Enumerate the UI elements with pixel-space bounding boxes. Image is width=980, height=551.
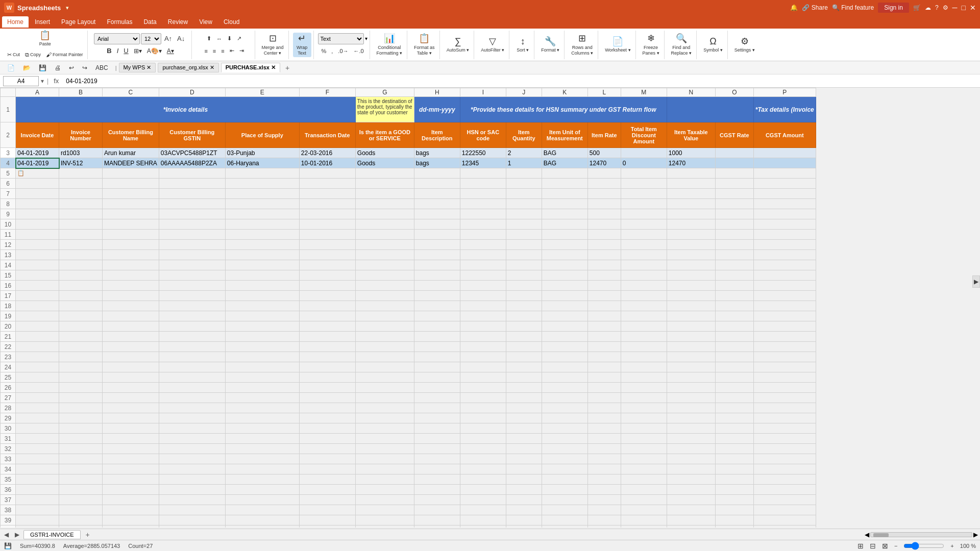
col-header-N[interactable]: N	[667, 88, 715, 97]
cell-C5[interactable]	[103, 168, 159, 179]
tab-cloud[interactable]: Cloud	[218, 16, 244, 28]
cloud-icon[interactable]: ☁	[925, 4, 931, 11]
autofilter-button[interactable]: ▽ AutoFilter ▾	[478, 33, 507, 57]
table-row[interactable]: 5 📋	[1, 168, 816, 179]
sort-button[interactable]: ↕ Sort ▾	[513, 33, 532, 57]
col-header-F[interactable]: F	[299, 88, 355, 97]
align-center-button[interactable]: ≡	[211, 45, 218, 57]
tab-data[interactable]: Data	[138, 16, 161, 28]
scroll-left-sheets-button[interactable]: ◀	[2, 531, 11, 538]
table-row[interactable]: 22	[1, 342, 816, 352]
zoom-out-button[interactable]: −	[894, 543, 897, 549]
table-row[interactable]: 28	[1, 403, 816, 413]
normal-view-button[interactable]: ⊞	[857, 542, 864, 550]
cell-J3[interactable]: 2	[506, 148, 542, 158]
copy-button[interactable]: ⧉ Copy	[23, 49, 43, 60]
search-feature-icon[interactable]: 🔍 Find feature	[832, 4, 874, 11]
close-button[interactable]: ✕	[970, 4, 976, 12]
cell-M3[interactable]	[621, 148, 667, 158]
scroll-right-button[interactable]: ▶	[973, 531, 978, 538]
share-icon[interactable]: 🔗 Share	[802, 4, 827, 11]
table-row[interactable]: 4 04-01-2019 INV-512 MANDEEP SEHRA 06AAA…	[1, 158, 816, 168]
col-header-E[interactable]: E	[225, 88, 299, 97]
table-row[interactable]: 33	[1, 454, 816, 464]
format-button[interactable]: 🔧 Format ▾	[538, 33, 562, 57]
cell-P4[interactable]	[753, 158, 816, 168]
col-header-L[interactable]: L	[587, 88, 621, 97]
cell-K4[interactable]: BAG	[542, 158, 587, 168]
decrease-font-button[interactable]: A↓	[175, 33, 187, 44]
table-row[interactable]: 10	[1, 219, 816, 230]
wrap-text-button[interactable]: ↵ WrapText	[293, 33, 311, 57]
cell-F5[interactable]	[299, 168, 355, 179]
tab-purchase[interactable]: PURCHASE.xlsx ✕	[221, 63, 280, 72]
cell-B5[interactable]	[59, 168, 103, 179]
cell-N4[interactable]: 12470	[667, 158, 715, 168]
redo-button[interactable]: ↪	[79, 63, 90, 72]
cell-M4[interactable]: 0	[621, 158, 667, 168]
decrease-indent-button[interactable]: ⇤	[228, 45, 236, 57]
italic-button[interactable]: I	[115, 45, 121, 57]
table-row[interactable]: 21	[1, 332, 816, 342]
font-color-button[interactable]: A▾	[165, 45, 176, 57]
table-row[interactable]: 36	[1, 485, 816, 495]
cell-H4[interactable]: bags	[414, 158, 460, 168]
table-row[interactable]: 8	[1, 199, 816, 209]
cell-P3[interactable]	[753, 148, 816, 158]
col-header-K[interactable]: K	[542, 88, 587, 97]
border-button[interactable]: ⊞▾	[132, 45, 144, 57]
help-icon2[interactable]: ?	[935, 4, 939, 11]
table-row[interactable]: 31	[1, 434, 816, 444]
table-row[interactable]: 34	[1, 464, 816, 474]
cell-B4[interactable]: INV-512	[59, 158, 103, 168]
col-header-M[interactable]: M	[621, 88, 667, 97]
number-format-select[interactable]: Text Number Currency Date	[318, 33, 364, 44]
horizontal-scrollbar[interactable]: ◀ ▶	[865, 531, 978, 538]
tab-review[interactable]: Review	[163, 16, 193, 28]
cell-G3[interactable]: Goods	[355, 148, 414, 158]
col-header-O[interactable]: O	[715, 88, 753, 97]
maximize-button[interactable]: □	[962, 4, 966, 12]
help-icon[interactable]: 🔔	[790, 4, 798, 11]
tab-mywps[interactable]: My WPS ✕	[119, 63, 156, 72]
align-bottom-button[interactable]: ⬇	[225, 33, 234, 44]
print-button[interactable]: 🖨	[52, 63, 64, 72]
tab-formulas[interactable]: Formulas	[102, 16, 137, 28]
table-row[interactable]: 20	[1, 321, 816, 332]
freeze-panes-button[interactable]: ❄ FreezePanes ▾	[640, 33, 662, 57]
table-row[interactable]: 15	[1, 270, 816, 281]
cell-G4[interactable]: Goods	[355, 158, 414, 168]
table-row[interactable]: 26	[1, 383, 816, 393]
align-middle-button[interactable]: ↔	[214, 33, 224, 44]
format-painter-button[interactable]: 🖌 Format Painter	[44, 49, 85, 60]
table-row[interactable]: 11	[1, 230, 816, 240]
scroll-right-sheets-button[interactable]: ▶	[13, 531, 21, 538]
cell-J4[interactable]: 1	[506, 158, 542, 168]
cell-J5[interactable]	[506, 168, 542, 179]
table-row[interactable]: 6	[1, 179, 816, 189]
cell-E3[interactable]: 03-Punjab	[225, 148, 299, 158]
table-row[interactable]: 39	[1, 515, 816, 525]
cell-O5[interactable]	[715, 168, 753, 179]
cell-I4[interactable]: 12345	[460, 158, 506, 168]
table-row[interactable]: 32	[1, 444, 816, 454]
table-row[interactable]: 37	[1, 495, 816, 505]
cell-K3[interactable]: BAG	[542, 148, 587, 158]
sign-in-button[interactable]: Sign in	[878, 3, 909, 13]
comma-button[interactable]: ,	[329, 45, 335, 57]
table-row[interactable]: 14	[1, 260, 816, 270]
cell-reference-input[interactable]	[3, 76, 39, 86]
cell-L4[interactable]: 12470	[587, 158, 621, 168]
decimal-decrease-button[interactable]: ←.0	[352, 45, 366, 57]
cell-H5[interactable]	[414, 168, 460, 179]
cell-E4[interactable]: 06-Haryana	[225, 158, 299, 168]
minimize-button[interactable]: ─	[952, 4, 958, 12]
table-row[interactable]: 16	[1, 281, 816, 291]
col-header-J[interactable]: J	[506, 88, 542, 97]
cell-O4[interactable]	[715, 158, 753, 168]
add-tab-button[interactable]: +	[282, 64, 292, 72]
merge-center-button[interactable]: ⊡ Merge andCenter ▾	[259, 33, 286, 57]
open-button[interactable]: 📂	[20, 63, 34, 72]
col-header-D[interactable]: D	[159, 88, 225, 97]
cart-icon[interactable]: 🛒	[913, 4, 921, 11]
